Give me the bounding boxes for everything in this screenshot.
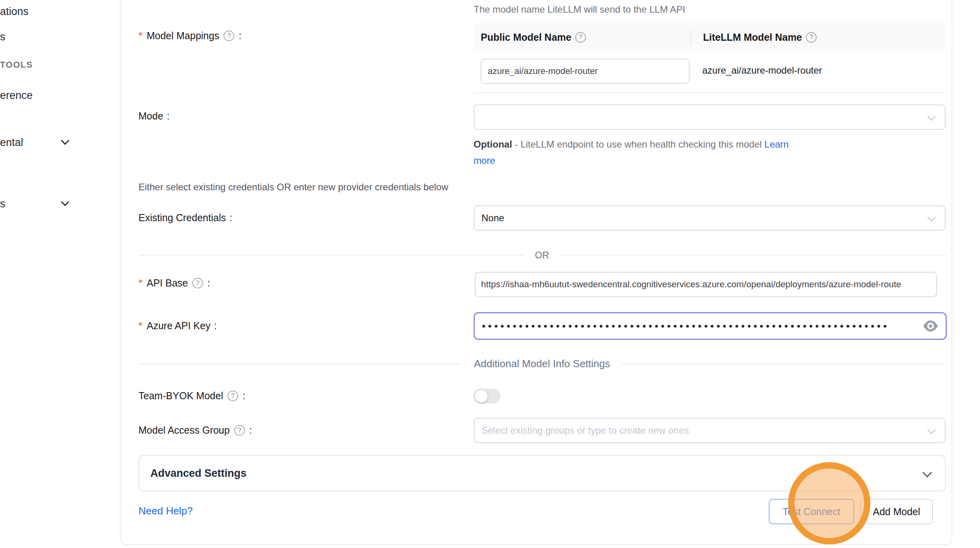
masked-password-value: ••••••••••••••••••••••••••••••••••••••••…: [475, 320, 908, 332]
sidebar-item-s1[interactable]: s: [0, 31, 6, 43]
existing-credentials-label: Existing Credentials :: [138, 212, 232, 224]
chevron-down-icon[interactable]: [61, 198, 69, 206]
credentials-note: Either select existing credentials OR en…: [138, 182, 448, 193]
public-model-name-input[interactable]: azure_ai/azure-model-router: [481, 59, 690, 84]
toggle-knob: [474, 389, 488, 403]
existing-credentials-select[interactable]: None: [474, 205, 946, 231]
sidebar-item-ations[interactable]: ations: [0, 6, 28, 18]
table-row-divider: [474, 92, 946, 93]
help-icon[interactable]: ?: [192, 278, 203, 288]
help-icon[interactable]: ?: [234, 425, 245, 436]
azure-api-key-input[interactable]: ••••••••••••••••••••••••••••••••••••••••…: [474, 312, 947, 340]
additional-settings-divider: Additional Model Info Settings: [138, 358, 946, 370]
add-model-page: ations s TOOLS erence ental s The model …: [0, 0, 980, 548]
help-icon[interactable]: ?: [227, 391, 238, 401]
mode-hint: Optional - LiteLLM endpoint to use when …: [474, 136, 804, 169]
chevron-down-icon: [927, 426, 936, 434]
eye-icon[interactable]: [923, 320, 938, 332]
chevron-down-icon: [927, 213, 936, 222]
model-access-group-label: Model Access Group ? :: [138, 425, 252, 436]
or-divider: OR: [138, 250, 946, 261]
select-placeholder: Select existing groups or type to create…: [474, 425, 689, 436]
advanced-settings-panel[interactable]: Advanced Settings: [138, 455, 946, 491]
test-connect-button[interactable]: Test Connect: [769, 499, 854, 524]
litellm-model-name-header: LiteLLM Model Name ?: [691, 32, 817, 43]
required-asterisk: *: [138, 320, 142, 332]
chevron-down-icon: [922, 468, 932, 477]
help-icon[interactable]: ?: [224, 30, 234, 41]
azure-api-key-label: * Azure API Key :: [138, 320, 217, 332]
help-icon[interactable]: ?: [806, 32, 817, 43]
sidebar-item-ental[interactable]: ental: [0, 137, 23, 149]
chevron-down-icon[interactable]: [61, 137, 69, 145]
need-help-link[interactable]: Need Help?: [138, 505, 193, 517]
mode-label: Mode :: [138, 110, 170, 122]
litellm-model-name-value: azure_ai/azure-model-router: [702, 65, 822, 76]
team-byok-toggle[interactable]: [474, 389, 500, 404]
required-asterisk: *: [138, 30, 142, 42]
model-mappings-table-header: Public Model Name ? LiteLLM Model Name ?: [474, 23, 946, 51]
api-base-input[interactable]: https://ishaa-mh6uutut-swedencentral.cog…: [475, 272, 937, 297]
public-model-name-header: Public Model Name ?: [474, 32, 690, 43]
sidebar-section-tools: TOOLS: [0, 60, 33, 70]
model-access-group-select[interactable]: Select existing groups or type to create…: [474, 418, 946, 443]
required-asterisk: *: [138, 277, 142, 289]
team-byok-label: Team-BYOK Model ? :: [138, 390, 245, 402]
sidebar-item-erence[interactable]: erence: [0, 89, 33, 102]
help-icon[interactable]: ?: [575, 32, 586, 43]
chevron-down-icon: [927, 112, 936, 121]
mode-select[interactable]: [474, 104, 946, 130]
sidebar-item-s2[interactable]: s: [0, 198, 6, 210]
model-name-helper-text: The model name LiteLLM will send to the …: [474, 4, 685, 15]
model-mappings-label: * Model Mappings ? :: [138, 30, 241, 42]
api-base-label: * API Base ? :: [138, 277, 210, 289]
add-model-button[interactable]: Add Model: [860, 499, 933, 524]
advanced-settings-title: Advanced Settings: [139, 467, 246, 480]
